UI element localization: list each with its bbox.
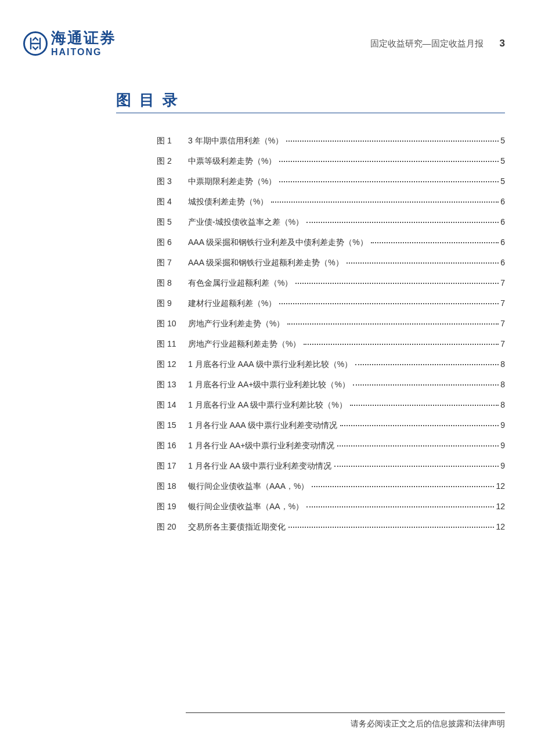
toc-row: 图 141 月底各行业 AA 级中票行业利差比较（%） 8: [157, 399, 505, 411]
page-footer: 请务必阅读正文之后的信息披露和法律声明: [186, 712, 505, 729]
toc-leader-dots: [337, 445, 499, 447]
toc-figure-label: 图 10: [157, 318, 188, 330]
toc-body: 1 月底各行业 AA 级中票行业利差比较（%） 8: [188, 399, 505, 411]
toc-body: 银行间企业债收益率（AAA，%） 12: [188, 480, 505, 492]
toc-leader-dots: [271, 201, 499, 203]
toc-page-number: 6: [500, 216, 505, 228]
toc-page-number: 8: [500, 358, 505, 370]
toc-row: 图 9建材行业超额利差（%） 7: [157, 297, 505, 309]
footer-disclaimer: 请务必阅读正文之后的信息披露和法律声明: [351, 719, 505, 728]
toc-row: 图 13 年期中票信用利差（%） 5: [157, 135, 505, 147]
toc-figure-label: 图 12: [157, 358, 188, 370]
toc-figure-label: 图 20: [157, 521, 188, 533]
toc-body: 1 月各行业 AA+级中票行业利差变动情况 9: [188, 440, 505, 452]
toc-page-number: 7: [500, 318, 505, 330]
toc-page-number: 9: [500, 419, 505, 431]
toc-row: 图 5产业债-城投债收益率之差（%） 6: [157, 216, 505, 228]
toc-title: 1 月底各行业 AAA 级中票行业利差比较（%）: [188, 358, 352, 370]
toc-title: 银行间企业债收益率（AA，%）: [188, 501, 304, 513]
toc-page-number: 12: [496, 501, 505, 513]
toc-page-number: 5: [500, 175, 505, 188]
section-title-area: 图目录: [116, 90, 505, 113]
toc-figure-label: 图 17: [157, 460, 188, 472]
toc-page-number: 8: [500, 379, 505, 391]
toc-figure-label: 图 2: [157, 155, 188, 167]
page-number: 3: [500, 38, 505, 49]
toc-page-number: 8: [500, 399, 505, 411]
toc-title: 1 月底各行业 AA 级中票行业利差比较（%）: [188, 399, 347, 411]
toc-leader-dots: [312, 486, 494, 487]
toc-page-number: 12: [496, 480, 505, 492]
toc-page-number: 7: [500, 277, 505, 289]
toc-body: 中票期限利差走势（%） 5: [188, 175, 505, 188]
toc-body: 1 月各行业 AAA 级中票行业利差变动情况 9: [188, 419, 505, 431]
toc-figure-label: 图 6: [157, 236, 188, 249]
toc-leader-dots: [371, 242, 499, 243]
toc-row: 图 131 月底各行业 AA+级中票行业利差比较（%） 8: [157, 379, 505, 391]
doc-category: 固定收益研究—固定收益月报: [370, 38, 484, 49]
toc-title: 3 年期中票信用利差（%）: [188, 135, 283, 147]
toc-row: 图 18银行间企业债收益率（AAA，%） 12: [157, 480, 505, 492]
toc-page-number: 12: [496, 521, 505, 533]
toc-leader-dots: [304, 344, 499, 345]
toc-body: 建材行业超额利差（%） 7: [188, 297, 505, 309]
toc-body: AAA 级采掘和钢铁行业利差及中债利差走势（%） 6: [188, 236, 505, 249]
toc-row: 图 7AAA 级采掘和钢铁行业超额利差走势（%） 6: [157, 257, 505, 269]
toc-page-number: 5: [500, 155, 505, 167]
toc-figure-label: 图 18: [157, 480, 188, 492]
toc-page-number: 6: [500, 196, 505, 208]
logo-icon: [23, 31, 48, 56]
toc-leader-dots: [350, 405, 499, 406]
toc-body: 城投债利差走势（%） 6: [188, 196, 505, 208]
toc-title: 交易所各主要债指近期变化: [188, 521, 286, 533]
toc-body: AAA 级采掘和钢铁行业超额利差走势（%） 6: [188, 257, 505, 269]
section-title: 图目录: [116, 90, 505, 110]
toc-leader-dots: [286, 141, 499, 142]
toc-title: 1 月各行业 AAA 级中票行业利差变动情况: [188, 419, 337, 431]
toc-body: 产业债-城投债收益率之差（%） 6: [188, 216, 505, 228]
toc-figure-label: 图 14: [157, 399, 188, 411]
toc-page-number: 7: [500, 297, 505, 309]
toc-row: 图 161 月各行业 AA+级中票行业利差变动情况 9: [157, 440, 505, 452]
toc-title: 银行间企业债收益率（AAA，%）: [188, 480, 309, 492]
toc-page-number: 6: [500, 257, 505, 269]
toc-figure-label: 图 15: [157, 419, 188, 431]
toc-title: 建材行业超额利差（%）: [188, 297, 276, 309]
toc-row: 图 11房地产行业超额利差走势（%） 7: [157, 338, 505, 350]
toc-body: 3 年期中票信用利差（%） 5: [188, 135, 505, 147]
toc-title: 产业债-城投债收益率之差（%）: [188, 216, 304, 228]
toc-body: 1 月底各行业 AAA 级中票行业利差比较（%） 8: [188, 358, 505, 370]
toc-leader-dots: [279, 161, 499, 162]
toc-row: 图 171 月各行业 AA 级中票行业利差变动情况 9: [157, 460, 505, 472]
toc-figure-label: 图 8: [157, 277, 188, 289]
toc-body: 1 月各行业 AA 级中票行业利差变动情况 9: [188, 460, 505, 472]
toc-figure-label: 图 16: [157, 440, 188, 452]
toc-title: 城投债利差走势（%）: [188, 196, 268, 208]
toc-figure-label: 图 5: [157, 216, 188, 228]
toc-leader-dots: [353, 384, 499, 386]
toc-figure-label: 图 9: [157, 297, 188, 309]
toc-body: 有色金属行业超额利差（%） 7: [188, 277, 505, 289]
toc-figure-label: 图 7: [157, 257, 188, 269]
toc-title: 有色金属行业超额利差（%）: [188, 277, 293, 289]
toc-leader-dots: [279, 303, 499, 304]
toc-page-number: 9: [500, 460, 505, 472]
toc-title: 1 月底各行业 AA+级中票行业利差比较（%）: [188, 379, 350, 391]
toc-leader-dots: [334, 466, 499, 467]
toc-row: 图 6AAA 级采掘和钢铁行业利差及中债利差走势（%） 6: [157, 236, 505, 249]
toc-row: 图 121 月底各行业 AAA 级中票行业利差比较（%） 8: [157, 358, 505, 370]
toc-leader-dots: [340, 425, 499, 426]
toc-row: 图 20交易所各主要债指近期变化 12: [157, 521, 505, 533]
page-header: 海通证券 HAITONG 固定收益研究—固定收益月报 3: [23, 30, 505, 57]
toc-title: AAA 级采掘和钢铁行业超额利差走势（%）: [188, 257, 344, 269]
toc-figure-label: 图 1: [157, 135, 188, 147]
toc-title: 中票等级利差走势（%）: [188, 155, 276, 167]
toc-body: 1 月底各行业 AA+级中票行业利差比较（%） 8: [188, 379, 505, 391]
logo: 海通证券 HAITONG: [23, 30, 116, 57]
toc-title: 1 月各行业 AA+级中票行业利差变动情况: [188, 440, 334, 452]
toc-title: AAA 级采掘和钢铁行业利差及中债利差走势（%）: [188, 236, 368, 249]
toc-figure-label: 图 11: [157, 338, 188, 350]
toc-row: 图 3中票期限利差走势（%） 5: [157, 175, 505, 188]
toc-leader-dots: [295, 283, 499, 284]
toc-title: 房地产行业超额利差走势（%）: [188, 338, 301, 350]
